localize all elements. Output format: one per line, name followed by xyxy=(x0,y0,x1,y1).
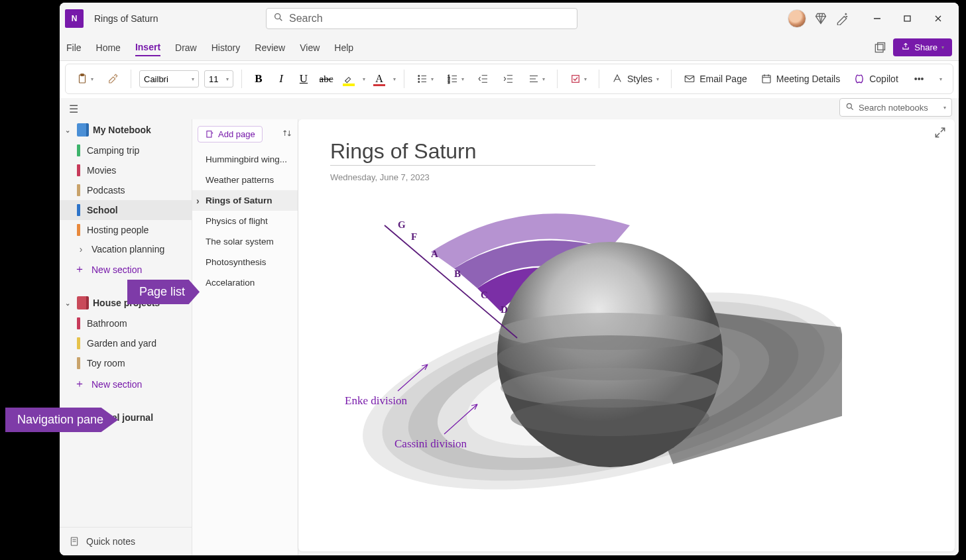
decrease-indent-button[interactable] xyxy=(473,70,493,87)
menubar: FileHomeInsertDrawHistoryReviewViewHelp … xyxy=(60,34,959,61)
svg-point-52 xyxy=(511,399,709,436)
maximize-button[interactable] xyxy=(892,3,923,34)
svg-line-1 xyxy=(280,19,282,21)
section-toy-room[interactable]: Toy room xyxy=(60,353,192,373)
quick-notes-button[interactable]: Quick notes xyxy=(60,527,192,555)
notebook-search-placeholder: Search notebooks xyxy=(859,103,928,113)
sort-pages-button[interactable] xyxy=(282,128,292,141)
minimize-button[interactable] xyxy=(862,3,892,34)
new-section-button[interactable]: ＋New section xyxy=(60,258,192,280)
svg-rect-6 xyxy=(876,44,884,52)
quick-notes-label: Quick notes xyxy=(86,536,135,547)
section-camping-trip[interactable]: Camping trip xyxy=(60,140,192,160)
menu-tab-draw[interactable]: Draw xyxy=(175,40,197,56)
search-input[interactable]: Search xyxy=(266,8,577,29)
email-page-button[interactable]: Email Page xyxy=(680,70,751,87)
menu-tab-view[interactable]: View xyxy=(300,40,320,56)
highlight-dropdown[interactable]: ▾ xyxy=(363,76,365,82)
share-label: Share xyxy=(914,42,937,52)
notebook-my-notebook[interactable]: ⌄My Notebook xyxy=(60,119,192,140)
menu-tab-review[interactable]: Review xyxy=(255,40,285,56)
search-icon xyxy=(845,102,855,113)
svg-point-0 xyxy=(275,14,280,19)
tags-button[interactable]: ▾ xyxy=(566,70,591,87)
underline-button[interactable]: U xyxy=(295,70,312,87)
page-item[interactable]: Hummingbird wing... xyxy=(192,149,298,170)
open-in-new-window-icon[interactable] xyxy=(873,41,886,54)
section-hosting-people[interactable]: Hosting people xyxy=(60,220,192,240)
notebook-search-input[interactable]: Search notebooks ▾ xyxy=(839,98,952,117)
menu-tab-insert[interactable]: Insert xyxy=(135,39,160,56)
bold-button[interactable]: B xyxy=(250,70,267,87)
italic-button[interactable]: I xyxy=(272,70,290,87)
font-color-button[interactable]: A xyxy=(371,70,388,87)
expand-canvas-button[interactable] xyxy=(934,126,947,139)
svg-rect-3 xyxy=(904,16,910,21)
document-title: Rings of Saturn xyxy=(94,13,158,24)
svg-text:B: B xyxy=(454,268,461,279)
svg-point-37 xyxy=(847,103,851,108)
svg-text:Enke division: Enke division xyxy=(345,394,407,407)
new-section-button[interactable]: ＋New section xyxy=(60,373,192,395)
menu-tab-file[interactable]: File xyxy=(66,40,82,56)
section-garden-and-yard[interactable]: Garden and yard xyxy=(60,333,192,353)
meeting-details-button[interactable]: Meeting Details xyxy=(756,70,845,87)
search-placeholder: Search xyxy=(289,13,323,25)
paste-button[interactable]: ▾ xyxy=(72,70,97,87)
section-vacation-planning[interactable]: ›Vacation planning xyxy=(60,240,192,258)
page-title[interactable]: Rings of Saturn xyxy=(330,139,923,164)
svg-text:D: D xyxy=(501,304,508,315)
callout-page-list: Page list xyxy=(127,280,200,304)
pencil-sparkle-icon[interactable] xyxy=(835,12,849,25)
section-podcasts[interactable]: Podcasts xyxy=(60,180,192,200)
svg-rect-31 xyxy=(572,76,579,83)
menu-tab-help[interactable]: Help xyxy=(334,40,353,56)
svg-text:3: 3 xyxy=(448,80,450,84)
increase-indent-button[interactable] xyxy=(499,70,518,87)
strikethrough-button[interactable]: abc xyxy=(318,70,335,87)
ribbon-expand-button[interactable]: ▾ xyxy=(936,74,946,85)
bulleted-list-button[interactable]: ▾ xyxy=(412,70,438,87)
numbered-list-button[interactable]: 123▾ xyxy=(443,70,468,87)
add-page-button[interactable]: Add page xyxy=(198,126,263,142)
svg-point-14 xyxy=(418,82,420,83)
svg-text:A: A xyxy=(431,249,438,259)
hamburger-icon[interactable]: ☰ xyxy=(66,103,78,115)
page-item[interactable]: Accelaration xyxy=(192,272,298,293)
page-item[interactable]: Rings of Saturn xyxy=(192,190,298,211)
svg-rect-42 xyxy=(207,131,211,137)
font-size-select[interactable]: 11▾ xyxy=(204,70,233,87)
section-movies[interactable]: Movies xyxy=(60,160,192,180)
svg-rect-7 xyxy=(878,42,885,50)
title-underline xyxy=(330,165,595,166)
align-button[interactable]: ▾ xyxy=(524,70,549,87)
svg-text:Cassini division: Cassini division xyxy=(394,437,467,450)
menu-tab-home[interactable]: Home xyxy=(96,40,121,56)
menu-tab-history[interactable]: History xyxy=(211,40,241,56)
premium-diamond-icon[interactable] xyxy=(814,12,827,25)
ribbon-toolbar: ▾ Cailbri▾ 11▾ B I U abc ▾ A▾ ▾ 123▾ ▾ ▾… xyxy=(65,64,953,94)
page-item[interactable]: Physics of flight xyxy=(192,211,298,231)
saturn-drawing: G F A B C D Enke division Cassini divisi… xyxy=(325,205,842,551)
page-item[interactable]: Weather patterns xyxy=(192,170,298,190)
page-item[interactable]: Photosynthesis xyxy=(192,252,298,272)
note-canvas[interactable]: Rings of Saturn Wednesday, June 7, 2023 xyxy=(298,119,955,551)
more-options-button[interactable]: ••• xyxy=(910,71,928,87)
font-color-dropdown[interactable]: ▾ xyxy=(393,76,396,82)
copilot-button[interactable]: Copilot xyxy=(849,70,902,87)
format-painter-button[interactable] xyxy=(103,70,123,87)
section-school[interactable]: School xyxy=(60,200,192,220)
page-item[interactable]: The solar system xyxy=(192,231,298,252)
section-bathroom[interactable]: Bathroom xyxy=(60,313,192,333)
page-list: Add page Hummingbird wing...Weather patt… xyxy=(192,119,298,555)
styles-button[interactable]: Styles▾ xyxy=(607,70,663,87)
svg-point-10 xyxy=(418,76,420,77)
svg-text:F: F xyxy=(411,231,417,242)
add-page-label: Add page xyxy=(218,129,255,139)
user-avatar[interactable] xyxy=(788,9,806,28)
highlight-button[interactable] xyxy=(340,70,357,87)
font-name-select[interactable]: Cailbri▾ xyxy=(139,70,199,87)
close-button[interactable] xyxy=(923,3,953,34)
share-button[interactable]: Share ▾ xyxy=(893,38,952,56)
svg-point-12 xyxy=(418,78,420,80)
